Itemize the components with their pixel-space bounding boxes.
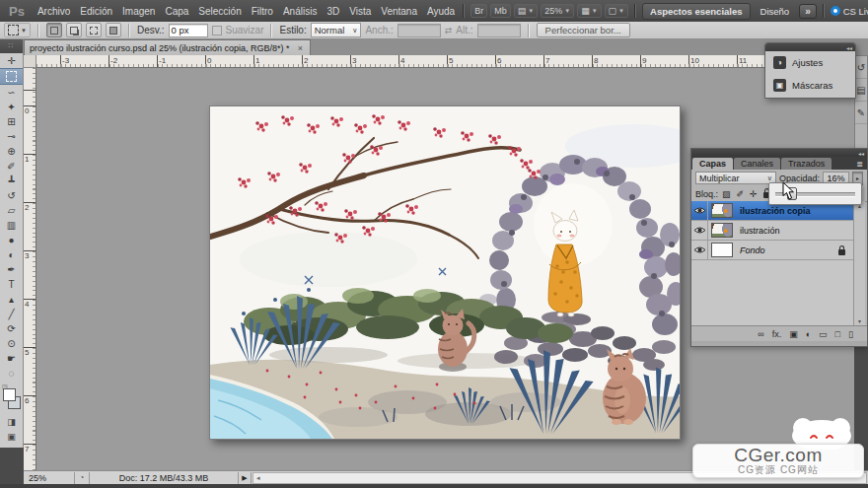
adjustment-layer-button[interactable]: ◐: [806, 329, 811, 339]
tool-preset-picker[interactable]: ▼: [4, 23, 31, 37]
lock-position-icon[interactable]: ✛: [750, 189, 758, 199]
menu-archivo[interactable]: Archivo: [33, 6, 75, 17]
toolbox-drag-header[interactable]: ∷: [0, 39, 23, 53]
style-select[interactable]: Normal ∨: [311, 23, 362, 37]
tool-lasso[interactable]: ∽: [0, 85, 23, 100]
cs-live-button[interactable]: CS Live ▼: [831, 6, 868, 17]
quick-mask-button[interactable]: ◨: [0, 414, 23, 429]
selection-mode-subtract[interactable]: [86, 23, 102, 37]
layer-name[interactable]: ilustración copia: [735, 206, 853, 216]
collapse-icon[interactable]: ◂◂: [846, 44, 852, 51]
menu-ayuda[interactable]: Ayuda: [422, 6, 460, 17]
layer-name[interactable]: ilustración: [735, 226, 853, 236]
status-badge-icon[interactable]: ◔: [75, 472, 90, 484]
zoom-level-field[interactable]: 25%: [24, 472, 75, 484]
layer-style-button[interactable]: fx.: [772, 329, 782, 339]
panel-brushes-icon[interactable]: ✎: [855, 102, 867, 124]
panel-styles-icon[interactable]: ▤: [855, 79, 867, 102]
workspace-aspectos-esenciales[interactable]: Aspectos esenciales: [642, 3, 750, 20]
artboard[interactable]: [209, 105, 681, 440]
tool-rect-marquee[interactable]: [0, 68, 23, 85]
tool-clone-stamp[interactable]: ┻: [0, 174, 23, 188]
antialias-checkbox[interactable]: [212, 26, 222, 35]
layers-panel-header[interactable]: ◂◂: [691, 149, 867, 157]
tool-orbit-3d[interactable]: ⊙: [0, 336, 23, 351]
layer-row[interactable]: Fondo: [691, 241, 853, 260]
tool-dodge[interactable]: ◐: [0, 247, 23, 262]
layer-visibility-toggle[interactable]: [691, 221, 708, 240]
close-tab-icon[interactable]: ×: [296, 42, 305, 54]
tool-eraser[interactable]: ▱: [0, 203, 23, 218]
zoom-level-icon[interactable]: 25%▼: [541, 4, 574, 18]
tool-eyedropper[interactable]: ⊸: [0, 129, 23, 144]
scroll-down-icon[interactable]: ▾: [858, 317, 861, 324]
mini-bridge-icon[interactable]: Mb: [490, 4, 511, 18]
layer-thumbnail[interactable]: [708, 223, 735, 238]
menu-ventana[interactable]: Ventana: [376, 6, 422, 17]
panel-resize-edge[interactable]: [691, 341, 867, 346]
screen-mode-button[interactable]: ▣: [0, 429, 23, 444]
selection-mode-add[interactable]: [66, 23, 82, 37]
tool-gradient[interactable]: ▥: [0, 218, 23, 233]
layer-row[interactable]: ilustración: [691, 221, 853, 241]
lock-transparency-icon[interactable]: ▨: [722, 189, 731, 199]
refine-edge-button[interactable]: Perfeccionar bor...: [537, 23, 630, 37]
feather-input[interactable]: 0 px: [169, 24, 208, 37]
tool-move[interactable]: ✛: [0, 53, 23, 68]
workspace-overflow-button[interactable]: »: [799, 4, 817, 19]
tool-crop[interactable]: ⊞: [0, 114, 23, 129]
color-swatches[interactable]: ◳: [0, 384, 23, 414]
tool-blur[interactable]: ●: [0, 233, 23, 247]
lock-pixels-icon[interactable]: ✐: [737, 189, 745, 199]
menu-análisis[interactable]: Análisis: [278, 6, 322, 17]
menu-filtro[interactable]: Filtro: [247, 6, 278, 17]
menu-capa[interactable]: Capa: [160, 6, 193, 17]
panel-item-masks[interactable]: ▣Máscaras: [765, 74, 855, 97]
menu-3d[interactable]: 3D: [322, 6, 344, 17]
layer-thumbnail[interactable]: [708, 243, 735, 257]
panel-menu-icon[interactable]: ≣: [852, 160, 867, 170]
screen-mode-icon[interactable]: ▢▼: [605, 4, 628, 18]
tool-spot-healing[interactable]: ⊕: [0, 144, 23, 159]
panel-header[interactable]: ◂◂: [765, 43, 855, 51]
workspace-diseno[interactable]: Diseño: [754, 4, 797, 19]
tool-brush[interactable]: ✐: [0, 159, 23, 174]
ruler-origin-corner[interactable]: [24, 55, 36, 68]
menu-vista[interactable]: Vista: [344, 6, 376, 17]
link-layers-button[interactable]: ∞: [758, 329, 763, 339]
layer-group-button[interactable]: ▭: [819, 329, 828, 339]
tab-canales[interactable]: Canales: [734, 158, 780, 170]
layer-visibility-toggle[interactable]: [691, 241, 708, 259]
layer-thumbnail[interactable]: [708, 203, 735, 218]
foreground-color-swatch[interactable]: [3, 388, 16, 401]
view-extras-icon[interactable]: ▤▼: [514, 4, 538, 18]
menu-selección[interactable]: Selección: [193, 6, 246, 17]
swap-dimensions-icon[interactable]: ⇄: [445, 26, 453, 35]
menu-edición[interactable]: Edición: [75, 6, 117, 17]
tool-type[interactable]: T: [0, 277, 23, 292]
tool-quick-selection[interactable]: ✦: [0, 100, 23, 114]
blend-mode-select[interactable]: Multiplicar ∨: [695, 172, 776, 184]
selection-mode-intersect[interactable]: [106, 23, 121, 37]
panel-history-icon[interactable]: ↺: [855, 56, 867, 79]
collapse-icon[interactable]: ◂◂: [858, 150, 864, 157]
layer-mask-button[interactable]: ▣: [789, 329, 798, 339]
bridge-icon[interactable]: Br: [470, 4, 487, 18]
scroll-left-icon[interactable]: ◂: [253, 474, 260, 482]
layers-scrollbar[interactable]: ▴ ▾: [853, 201, 865, 325]
tool-path-selection[interactable]: ▴: [0, 292, 23, 307]
tool-pen[interactable]: ✒: [0, 262, 23, 277]
arrange-documents-icon[interactable]: ▦▼: [577, 4, 601, 18]
tool-hand[interactable]: ☛: [0, 351, 23, 366]
selection-mode-new[interactable]: [46, 23, 62, 37]
tool-rotate-3d[interactable]: ⟳: [0, 321, 23, 336]
panel-item-adjustments[interactable]: ◑Ajustes: [765, 51, 855, 74]
new-layer-button[interactable]: □: [835, 329, 840, 339]
status-options-arrow[interactable]: ▶: [239, 472, 252, 484]
tab-trazados[interactable]: Trazados: [781, 158, 832, 170]
layer-name[interactable]: Fondo: [735, 245, 838, 255]
delete-layer-button[interactable]: ▯: [848, 329, 853, 339]
tool-line[interactable]: ╱: [0, 307, 23, 321]
layer-visibility-toggle[interactable]: [691, 201, 708, 220]
document-tab[interactable]: proyecto ilustración curso.psd al 25% (i…: [24, 39, 311, 55]
